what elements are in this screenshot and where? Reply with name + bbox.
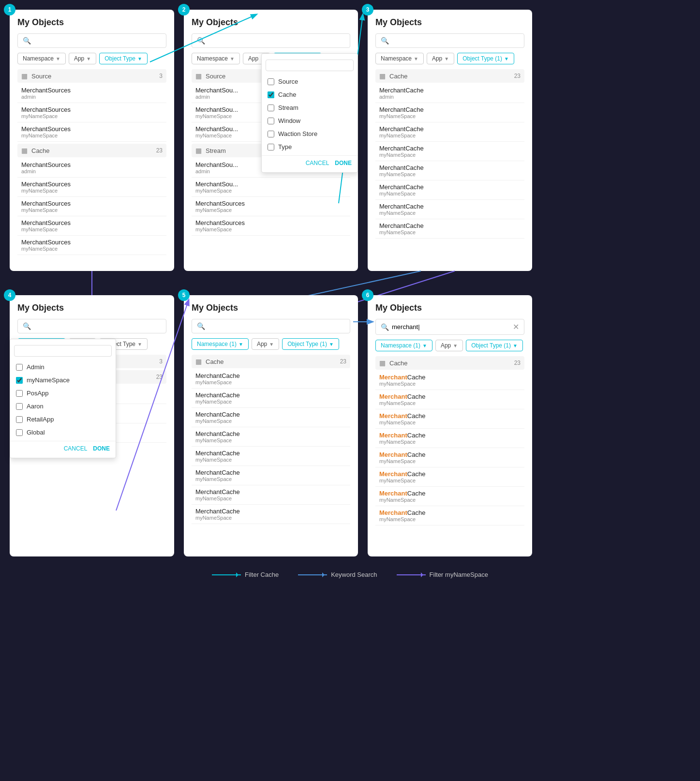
checkbox-posapp[interactable] — [16, 390, 23, 397]
list-item[interactable]: MerchantCache myNameSpace — [375, 390, 524, 409]
list-item[interactable]: MerchantCache myNameSpace — [375, 122, 524, 142]
checkbox-global[interactable] — [16, 429, 23, 436]
panel-4-cancel-button[interactable]: CANCEL — [64, 445, 88, 452]
list-item[interactable]: MerchantCache admin — [375, 84, 524, 103]
list-item[interactable]: MerchantSources myNameSpace — [17, 178, 166, 197]
checkbox-source[interactable] — [268, 78, 274, 85]
list-item[interactable]: MerchantSources admin — [17, 84, 166, 103]
cancel-button[interactable]: CANCEL — [306, 160, 329, 166]
dropdown-item-cache[interactable]: Cache — [262, 88, 357, 101]
list-item[interactable]: MerchantCache myNameSpace — [192, 369, 350, 389]
list-item[interactable]: MerchantSources admin — [17, 158, 166, 178]
list-item[interactable]: MerchantCache myNameSpace — [375, 448, 524, 467]
list-item[interactable]: MerchantCache myNameSpace — [192, 427, 350, 447]
list-item[interactable]: MerchantCache myNameSpace — [375, 219, 524, 239]
clear-search-button[interactable]: ✕ — [513, 322, 519, 331]
list-item[interactable]: MerchantSou... myNameSpace — [192, 178, 350, 197]
panel-1-app-btn[interactable]: App ▼ — [69, 53, 96, 64]
list-item[interactable]: MerchantCache myNameSpace — [375, 467, 524, 487]
checkbox-stream[interactable] — [268, 105, 274, 111]
dropdown-ns-search-input[interactable] — [14, 345, 112, 357]
panel-3-app-btn[interactable]: App ▼ — [427, 53, 454, 64]
list-item[interactable]: MerchantCache myNameSpace — [192, 505, 350, 524]
legend-keyword-search: Keyword Search — [298, 571, 377, 578]
panel-1-search-input[interactable] — [34, 37, 161, 45]
list-item[interactable]: MerchantCache myNameSpace — [375, 409, 524, 429]
panels-row-2: 4 My Objects 🔍 Namespace ▼ App ▼ Object … — [10, 295, 690, 556]
list-item[interactable]: MerchantCache myNameSpace — [192, 466, 350, 485]
list-item[interactable]: MerchantSources myNameSpace — [17, 122, 166, 142]
list-item[interactable]: MerchantCache myNameSpace — [375, 103, 524, 122]
panel-6-search-input[interactable] — [392, 323, 510, 330]
panel-5-namespace-btn[interactable]: Namespace (1) ▼ — [192, 338, 249, 350]
panel-4-search-input[interactable] — [34, 323, 161, 330]
panel-3-search-input[interactable] — [392, 37, 519, 45]
checkbox-window[interactable] — [268, 118, 274, 124]
purple-arrow — [397, 574, 426, 575]
list-item[interactable]: MerchantCache myNameSpace — [375, 180, 524, 200]
dropdown-item-posapp[interactable]: PosApp — [10, 387, 116, 400]
dropdown-actions: CANCEL DONE — [262, 155, 357, 168]
list-item[interactable]: MerchantSources myNameSpace — [192, 197, 350, 216]
blue-arrow — [298, 574, 327, 575]
panel-4-done-button[interactable]: DONE — [93, 445, 110, 452]
panel-6-app-btn[interactable]: App ▼ — [435, 340, 463, 351]
checkbox-type[interactable] — [268, 144, 274, 150]
list-item[interactable]: MerchantCache myNameSpace — [192, 447, 350, 466]
checkbox-admin[interactable] — [16, 364, 23, 371]
list-item[interactable]: MerchantCache myNameSpace — [192, 485, 350, 505]
list-item[interactable]: MerchantSources myNameSpace — [192, 216, 350, 236]
panel-3-search-box[interactable]: 🔍 — [375, 33, 524, 48]
list-item[interactable]: MerchantCache myNameSpace — [375, 506, 524, 526]
dropdown-item-stream[interactable]: Stream — [262, 101, 357, 114]
objecttype-chevron: ▼ — [137, 56, 142, 61]
dropdown-item-global[interactable]: Global — [10, 426, 116, 439]
list-item[interactable]: MerchantSources myNameSpace — [17, 197, 166, 216]
panel-5-app-btn[interactable]: App ▼ — [252, 338, 279, 350]
done-button[interactable]: DONE — [335, 160, 352, 166]
panel-5-objecttype-btn[interactable]: Object Type (1) ▼ — [282, 338, 339, 350]
panel-1-namespace-btn[interactable]: Namespace ▼ — [17, 53, 66, 64]
panel-6-search-box[interactable]: 🔍 ✕ — [375, 319, 524, 335]
dropdown-item-window[interactable]: Window — [262, 114, 357, 127]
panel-2-namespace-btn[interactable]: Namespace ▼ — [192, 53, 240, 64]
dropdown-item-mynamespace[interactable]: myNameSpace — [10, 374, 116, 387]
checkbox-waction[interactable] — [268, 131, 274, 137]
list-item[interactable]: MerchantCache myNameSpace — [375, 161, 524, 180]
list-item[interactable]: MerchantCache myNameSpace — [375, 371, 524, 390]
checkbox-retailapp[interactable] — [16, 416, 23, 423]
legend-filter-namespace: Filter myNameSpace — [397, 571, 488, 578]
panel-5-search-input[interactable] — [208, 323, 345, 330]
list-item[interactable]: MerchantSources myNameSpace — [17, 216, 166, 236]
panel-3-namespace-btn[interactable]: Namespace ▼ — [375, 53, 424, 64]
list-item[interactable]: MerchantCache myNameSpace — [375, 142, 524, 161]
dropdown-item-waction[interactable]: Waction Store — [262, 127, 357, 140]
step-badge-4: 4 — [4, 289, 15, 301]
list-item[interactable]: MerchantCache myNameSpace — [192, 389, 350, 408]
panel-1-objecttype-btn[interactable]: Object Type ▼ — [99, 53, 148, 64]
group-source-label: Source — [31, 73, 155, 80]
panel-6-namespace-btn[interactable]: Namespace (1) ▼ — [375, 340, 432, 351]
panel-6-objecttype-btn[interactable]: Object Type (1) ▼ — [466, 340, 523, 351]
list-item[interactable]: MerchantCache myNameSpace — [375, 429, 524, 448]
dropdown-item-retailapp[interactable]: RetailApp — [10, 413, 116, 426]
checkbox-cache[interactable] — [268, 91, 274, 98]
list-item[interactable]: MerchantCache myNameSpace — [192, 408, 350, 427]
panel-1-search-box[interactable]: 🔍 — [17, 33, 166, 48]
dropdown-item-type[interactable]: Type — [262, 140, 357, 153]
checkbox-aaron[interactable] — [16, 403, 23, 410]
panel-3-objecttype-btn[interactable]: Object Type (1) ▼ — [457, 53, 514, 64]
dropdown-search-input[interactable] — [266, 60, 354, 71]
list-item[interactable]: MerchantCache myNameSpace — [375, 487, 524, 506]
list-item[interactable]: MerchantSources myNameSpace — [17, 103, 166, 122]
checkbox-mynamespace[interactable] — [16, 377, 23, 384]
dropdown-item-admin[interactable]: Admin — [10, 360, 116, 374]
list-item[interactable]: MerchantSources myNameSpace — [17, 236, 166, 255]
panel-5-search-box[interactable]: 🔍 — [192, 319, 350, 333]
list-item[interactable]: MerchantCache myNameSpace — [375, 200, 524, 219]
dropdown-item-source[interactable]: Source — [262, 75, 357, 88]
panel-2-search-input[interactable] — [208, 37, 345, 45]
panel-2-search-box[interactable]: 🔍 — [192, 33, 350, 48]
panel-4-search-box[interactable]: 🔍 — [17, 319, 166, 333]
dropdown-item-aaron[interactable]: Aaron — [10, 400, 116, 413]
